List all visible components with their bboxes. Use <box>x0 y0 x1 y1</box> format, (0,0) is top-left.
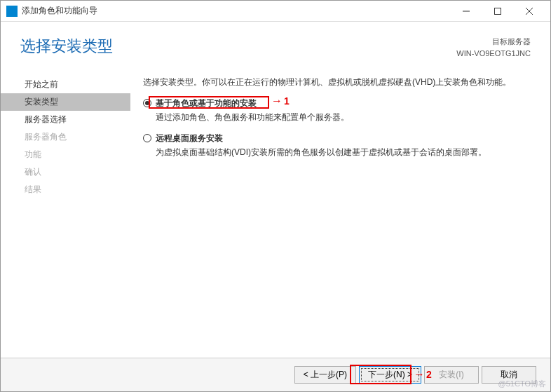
body-row: 开始之前 安装类型 服务器选择 服务器角色 功能 确认 结果 选择安装类型。你可… <box>1 63 550 358</box>
radio-button-icon <box>143 134 151 142</box>
maximize-button[interactable] <box>482 1 513 21</box>
title-bar: 添加角色和功能向导 <box>1 1 550 22</box>
page-title: 选择安装类型 <box>20 36 113 57</box>
sidebar-item-before-begin[interactable]: 开始之前 <box>1 76 130 93</box>
radio-button-icon <box>143 99 151 107</box>
cancel-button[interactable]: 取消 <box>482 366 536 384</box>
install-type-radio-group: 基于角色或基于功能的安装 通过添加角色、角色服务和功能来配置单个服务器。 远程桌… <box>143 97 531 158</box>
window-title: 添加角色和功能向导 <box>22 5 450 17</box>
radio-label: 基于角色或基于功能的安装 <box>156 97 257 109</box>
radio-remote-desktop[interactable]: 远程桌面服务安装 为虚拟桌面基础结构(VDI)安装所需的角色服务以创建基于虚拟机… <box>143 132 531 158</box>
wizard-content: 选择安装类型 目标服务器 WIN-VO9EOTG1JNC 开始之前 安装类型 服… <box>1 22 550 391</box>
prev-button[interactable]: < 上一步(P) <box>294 366 356 384</box>
sidebar-item-results: 结果 <box>1 181 130 198</box>
sidebar: 开始之前 安装类型 服务器选择 服务器角色 功能 确认 结果 <box>1 70 130 358</box>
svg-rect-1 <box>494 8 501 14</box>
sidebar-item-install-type[interactable]: 安装类型 <box>1 93 130 111</box>
server-info: 目标服务器 WIN-VO9EOTG1JNC <box>456 36 531 59</box>
window-controls <box>450 1 545 21</box>
server-label: 目标服务器 <box>456 36 531 48</box>
header-row: 选择安装类型 目标服务器 WIN-VO9EOTG1JNC <box>1 22 550 63</box>
radio-label: 远程桌面服务安装 <box>156 132 223 144</box>
description-text: 选择安装类型。你可以在正在运行的物理计算机、虚拟机或脱机虚拟硬盘(VHD)上安装… <box>143 76 531 88</box>
sidebar-item-server-roles: 服务器角色 <box>1 128 130 146</box>
sidebar-item-server-selection[interactable]: 服务器选择 <box>1 111 130 128</box>
sidebar-item-features: 功能 <box>1 146 130 163</box>
radio-description: 为虚拟桌面基础结构(VDI)安装所需的角色服务以创建基于虚拟机或基于会话的桌面部… <box>156 146 531 158</box>
install-button: 安装(I) <box>424 366 479 384</box>
footer: < 上一步(P) 下一步(N) > 安装(I) 取消 <box>1 358 550 391</box>
radio-description: 通过添加角色、角色服务和功能来配置单个服务器。 <box>156 111 531 123</box>
wizard-icon <box>6 6 18 17</box>
main-panel: 选择安装类型。你可以在正在运行的物理计算机、虚拟机或脱机虚拟硬盘(VHD)上安装… <box>130 70 550 358</box>
minimize-button[interactable] <box>450 1 482 21</box>
sidebar-item-confirmation: 确认 <box>1 163 130 181</box>
radio-role-based[interactable]: 基于角色或基于功能的安装 通过添加角色、角色服务和功能来配置单个服务器。 <box>143 97 531 123</box>
next-button[interactable]: 下一步(N) > <box>359 366 421 384</box>
server-name: WIN-VO9EOTG1JNC <box>456 48 531 60</box>
close-button[interactable] <box>513 1 545 21</box>
